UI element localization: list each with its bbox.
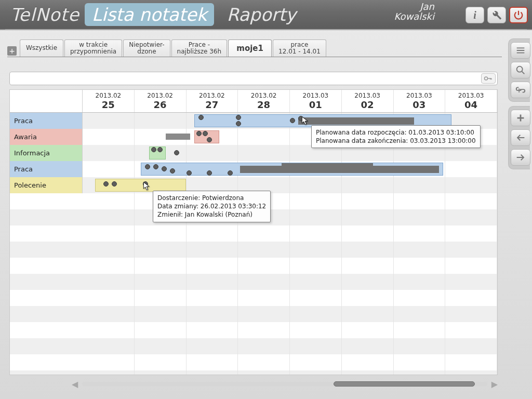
date-col: 2013.0303 bbox=[394, 90, 446, 112]
svg-point-2 bbox=[485, 77, 488, 80]
gantt-dot[interactable] bbox=[157, 147, 163, 152]
gantt-overlay bbox=[298, 117, 414, 125]
arrow-right-icon bbox=[515, 152, 526, 163]
gantt-dot[interactable] bbox=[162, 166, 167, 171]
gantt-header: 2013.0225 2013.0226 2013.0227 2013.0228 … bbox=[10, 90, 497, 113]
tooltip-line: Zmienił: Jan Kowalski (Poznań) bbox=[157, 210, 266, 219]
power-icon bbox=[513, 9, 524, 21]
date-col: 2013.0301 bbox=[290, 90, 342, 112]
date-col: 2013.0302 bbox=[342, 90, 394, 112]
gantt-bar[interactable] bbox=[95, 179, 187, 192]
scroll-left-arrow[interactable]: ◀ bbox=[72, 379, 78, 389]
gantt-dot[interactable] bbox=[151, 147, 156, 152]
info-button[interactable]: i bbox=[466, 7, 484, 23]
list-icon bbox=[515, 45, 526, 56]
filter-tab-niepotwierdzone[interactable]: Niepotwier- dzone bbox=[123, 39, 170, 57]
side-back-button[interactable] bbox=[511, 129, 530, 146]
gantt-dot[interactable] bbox=[174, 150, 179, 155]
tab-lista-notatek[interactable]: Lista notatek bbox=[85, 3, 215, 26]
tooltip-line: Dostarczenie: Potwierdzona bbox=[157, 194, 266, 202]
scroll-track[interactable] bbox=[82, 382, 487, 386]
key-icon bbox=[484, 75, 493, 82]
gantt-chart: 2013.0225 2013.0226 2013.0227 2013.0228 … bbox=[9, 89, 498, 375]
side-add-button[interactable] bbox=[511, 110, 530, 126]
gantt-dot[interactable] bbox=[112, 181, 117, 187]
search-icon bbox=[515, 64, 526, 76]
gantt-dot[interactable] bbox=[145, 164, 150, 169]
side-search-button[interactable] bbox=[511, 62, 530, 78]
tooltip-line: Data zmiany: 26.02.2013 03:30:12 bbox=[157, 202, 266, 210]
tooltip-delivery: Dostarczenie: Potwierdzona Data zmiany: … bbox=[153, 191, 271, 222]
date-col: 2013.0228 bbox=[238, 90, 290, 112]
side-list-button[interactable] bbox=[511, 42, 530, 59]
tooltip-schedule: Planowana data rozpoczęcia: 01.03.2013 0… bbox=[311, 125, 481, 148]
user-last: Kowalski bbox=[394, 12, 434, 22]
link-icon: + bbox=[515, 84, 526, 96]
side-toolbar: + bbox=[506, 36, 532, 171]
row-label: Polecenie bbox=[10, 177, 83, 193]
gantt-body[interactable]: Praca Awaria bbox=[10, 113, 497, 375]
gantt-dot[interactable] bbox=[103, 181, 109, 187]
filter-tab-prace-daterange[interactable]: prace 12.01 - 14.01 bbox=[273, 39, 326, 57]
date-col: 2013.0226 bbox=[135, 90, 187, 112]
horizontal-scrollbar[interactable]: ◀ ▶ bbox=[72, 379, 498, 389]
date-col: 2013.0304 bbox=[445, 90, 497, 112]
scroll-thumb[interactable] bbox=[334, 381, 475, 387]
tooltip-line: Planowana data zakończenia: 03.03.2013 1… bbox=[316, 137, 476, 145]
search-input[interactable] bbox=[10, 75, 481, 83]
date-col: 2013.0227 bbox=[187, 90, 238, 112]
gantt-overlay bbox=[282, 163, 373, 168]
filter-tab-wtrakcie[interactable]: w trakcie przypomnienia bbox=[64, 39, 122, 57]
tab-raporty[interactable]: Raporty bbox=[219, 3, 303, 26]
gantt-dot[interactable] bbox=[298, 116, 303, 121]
gantt-bar[interactable] bbox=[166, 134, 191, 140]
gantt-dot[interactable] bbox=[143, 181, 148, 187]
side-forward-button[interactable] bbox=[511, 149, 530, 166]
side-link-button[interactable]: + bbox=[511, 82, 530, 98]
settings-button[interactable] bbox=[487, 7, 506, 23]
filter-tab-wszystkie[interactable]: Wszystkie bbox=[20, 39, 63, 57]
row-label: Praca bbox=[10, 161, 83, 177]
wrench-icon bbox=[491, 9, 502, 21]
plus-icon bbox=[515, 112, 526, 124]
row-label: Informacja bbox=[10, 145, 83, 161]
search-bar bbox=[9, 72, 498, 85]
add-filter-button[interactable]: + bbox=[7, 46, 17, 56]
power-button[interactable] bbox=[509, 7, 528, 23]
date-col: 2013.0225 bbox=[83, 90, 135, 112]
row-label: Awaria bbox=[10, 129, 83, 145]
filter-tab-prace36h[interactable]: Prace - najbliższe 36h bbox=[171, 39, 228, 57]
svg-point-0 bbox=[517, 66, 523, 72]
current-user: Jan Kowalski bbox=[394, 2, 434, 22]
gantt-dot[interactable] bbox=[290, 118, 295, 123]
scroll-right-arrow[interactable]: ▶ bbox=[491, 379, 498, 389]
gantt-dot[interactable] bbox=[187, 170, 192, 176]
app-header: TelNote Lista notatek Raporty Jan Kowals… bbox=[0, 0, 532, 30]
filter-tabs: + Wszystkie w trakcie przypomnienia Niep… bbox=[7, 39, 502, 57]
search-key-button[interactable] bbox=[481, 73, 496, 84]
arrow-left-icon bbox=[515, 132, 526, 143]
gantt-dot[interactable] bbox=[153, 164, 158, 169]
filter-tab-moje1[interactable]: moje1 bbox=[228, 39, 272, 57]
gantt-dot[interactable] bbox=[170, 168, 175, 174]
app-name: TelNote bbox=[10, 4, 79, 25]
row-label: Praca bbox=[10, 113, 83, 129]
tooltip-line: Planowana data rozpoczęcia: 01.03.2013 0… bbox=[316, 128, 476, 137]
gantt-row-praca-2: Praca bbox=[10, 161, 497, 177]
